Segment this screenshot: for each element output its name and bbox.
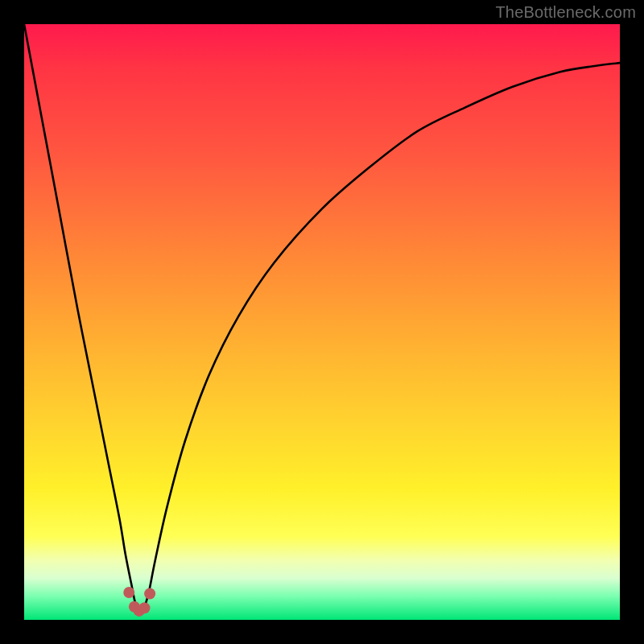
curve-min-marker [123,587,134,598]
bottleneck-curve [24,24,620,611]
curve-min-marker [144,588,155,599]
curve-min-markers [123,587,155,617]
curve-min-marker [138,602,150,613]
curve-layer [24,24,620,620]
watermark-text: TheBottleneck.com [495,3,636,22]
chart-frame: TheBottleneck.com [0,0,644,644]
plot-area [24,24,620,620]
